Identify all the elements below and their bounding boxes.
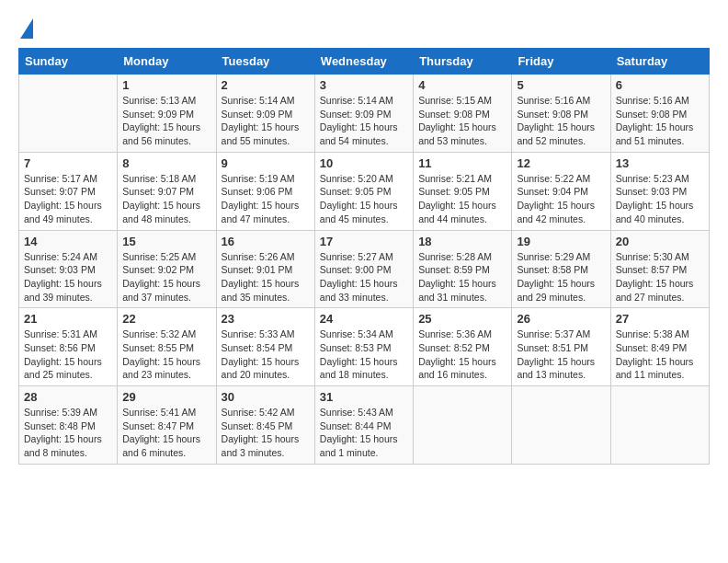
cell-line: Sunset: 9:03 PM <box>24 263 112 277</box>
cell-line: Daylight: 15 hours <box>222 355 310 369</box>
cell-line: and 13 minutes. <box>517 368 605 382</box>
cell-line: Sunrise: 5:28 AM <box>418 250 506 264</box>
cell-line: Sunrise: 5:17 AM <box>24 172 112 186</box>
cell-line: Daylight: 15 hours <box>222 199 310 213</box>
cell-line: Sunrise: 5:18 AM <box>122 172 210 186</box>
cell-line: Sunset: 8:44 PM <box>320 419 408 433</box>
cell-line: Daylight: 15 hours <box>616 277 704 291</box>
cell-line: Sunrise: 5:41 AM <box>122 406 210 419</box>
day-number: 4 <box>418 78 506 92</box>
weekday-header-wednesday: Wednesday <box>314 49 413 75</box>
calendar-header-row: SundayMondayTuesdayWednesdayThursdayFrid… <box>19 49 710 75</box>
calendar-cell: 2Sunrise: 5:14 AMSunset: 9:09 PMDaylight… <box>216 75 314 153</box>
cell-line: and 39 minutes. <box>24 291 112 304</box>
cell-line: Sunset: 8:59 PM <box>418 263 506 277</box>
cell-line: Sunrise: 5:19 AM <box>222 172 310 186</box>
cell-line: Sunset: 8:45 PM <box>222 419 310 433</box>
cell-line: Sunrise: 5:42 AM <box>222 406 310 419</box>
cell-line: Sunrise: 5:27 AM <box>320 250 408 264</box>
cell-line: and 54 minutes. <box>320 134 408 148</box>
cell-line: Sunset: 9:00 PM <box>320 263 408 277</box>
cell-line: Daylight: 15 hours <box>320 432 408 446</box>
cell-line: and 31 minutes. <box>418 291 506 304</box>
calendar-cell: 8Sunrise: 5:18 AMSunset: 9:07 PMDaylight… <box>118 152 216 230</box>
cell-line: Daylight: 15 hours <box>122 432 210 446</box>
day-number: 11 <box>418 156 506 170</box>
day-number: 31 <box>320 390 408 404</box>
cell-line: and 29 minutes. <box>517 291 605 304</box>
cell-line: Sunset: 9:08 PM <box>517 108 605 121</box>
cell-line: and 3 minutes. <box>222 446 310 460</box>
calendar-cell <box>512 386 610 465</box>
cell-line: and 8 minutes. <box>24 446 112 460</box>
cell-line: Sunset: 9:06 PM <box>222 185 310 199</box>
cell-line: Sunrise: 5:29 AM <box>517 250 605 264</box>
cell-line: and 11 minutes. <box>616 368 704 382</box>
day-number: 20 <box>616 235 704 248</box>
cell-line: and 35 minutes. <box>222 291 310 304</box>
calendar-cell: 22Sunrise: 5:32 AMSunset: 8:55 PMDayligh… <box>118 308 216 386</box>
cell-line: Daylight: 15 hours <box>122 121 210 134</box>
day-number: 17 <box>320 235 408 248</box>
day-number: 25 <box>418 312 506 326</box>
calendar-cell: 3Sunrise: 5:14 AMSunset: 9:09 PMDaylight… <box>314 75 413 153</box>
calendar-week-row: 28Sunrise: 5:39 AMSunset: 8:48 PMDayligh… <box>19 386 710 465</box>
cell-line: and 27 minutes. <box>616 291 704 304</box>
cell-line: and 40 minutes. <box>616 213 704 226</box>
cell-line: and 1 minute. <box>320 446 408 460</box>
cell-line: Sunrise: 5:33 AM <box>222 327 310 341</box>
day-number: 22 <box>122 312 210 326</box>
cell-line: and 25 minutes. <box>24 368 112 382</box>
cell-line: and 56 minutes. <box>122 134 210 148</box>
calendar-cell: 31Sunrise: 5:43 AMSunset: 8:44 PMDayligh… <box>314 386 413 465</box>
calendar-cell: 12Sunrise: 5:22 AMSunset: 9:04 PMDayligh… <box>512 152 610 230</box>
cell-line: Sunrise: 5:13 AM <box>122 94 210 108</box>
calendar-cell: 24Sunrise: 5:34 AMSunset: 8:53 PMDayligh… <box>314 308 413 386</box>
calendar-cell: 1Sunrise: 5:13 AMSunset: 9:09 PMDaylight… <box>118 75 216 153</box>
calendar-cell: 6Sunrise: 5:16 AMSunset: 9:08 PMDaylight… <box>610 75 709 153</box>
cell-line: Sunset: 8:53 PM <box>320 341 408 355</box>
cell-line: and 23 minutes. <box>122 368 210 382</box>
day-number: 1 <box>122 78 210 92</box>
calendar-cell: 27Sunrise: 5:38 AMSunset: 8:49 PMDayligh… <box>610 308 709 386</box>
day-number: 27 <box>616 312 704 326</box>
day-number: 13 <box>616 156 704 170</box>
cell-line: Sunset: 8:55 PM <box>122 341 210 355</box>
cell-line: Sunrise: 5:31 AM <box>24 327 112 341</box>
calendar-table: SundayMondayTuesdayWednesdayThursdayFrid… <box>18 48 710 465</box>
cell-line: Daylight: 15 hours <box>418 199 506 213</box>
cell-line: Sunset: 8:56 PM <box>24 341 112 355</box>
cell-line: Sunset: 8:51 PM <box>517 341 605 355</box>
cell-line: Sunset: 8:47 PM <box>122 419 210 433</box>
cell-line: Sunset: 9:08 PM <box>616 108 704 121</box>
day-number: 19 <box>517 235 605 248</box>
day-number: 23 <box>222 312 310 326</box>
cell-line: Daylight: 15 hours <box>616 355 704 369</box>
cell-line: and 45 minutes. <box>320 213 408 226</box>
calendar-cell: 20Sunrise: 5:30 AMSunset: 8:57 PMDayligh… <box>610 230 709 308</box>
cell-line: Sunset: 9:04 PM <box>517 185 605 199</box>
calendar-cell: 16Sunrise: 5:26 AMSunset: 9:01 PMDayligh… <box>216 230 314 308</box>
cell-line: Daylight: 15 hours <box>616 199 704 213</box>
cell-line: Daylight: 15 hours <box>517 355 605 369</box>
cell-line: Daylight: 15 hours <box>24 277 112 291</box>
cell-line: and 20 minutes. <box>222 368 310 382</box>
cell-line: Sunset: 9:09 PM <box>320 108 408 121</box>
calendar-cell <box>414 386 512 465</box>
cell-line: Daylight: 15 hours <box>418 355 506 369</box>
day-number: 6 <box>616 78 704 92</box>
cell-line: and 53 minutes. <box>418 134 506 148</box>
weekday-header-thursday: Thursday <box>414 49 512 75</box>
cell-line: Daylight: 15 hours <box>122 277 210 291</box>
cell-line: Sunrise: 5:30 AM <box>616 250 704 264</box>
cell-line: Sunrise: 5:34 AM <box>320 327 408 341</box>
cell-line: Sunrise: 5:38 AM <box>616 327 704 341</box>
cell-line: Sunset: 8:58 PM <box>517 263 605 277</box>
cell-line: Sunrise: 5:14 AM <box>320 94 408 108</box>
calendar-cell: 5Sunrise: 5:16 AMSunset: 9:08 PMDaylight… <box>512 75 610 153</box>
calendar-cell: 25Sunrise: 5:36 AMSunset: 8:52 PMDayligh… <box>414 308 512 386</box>
cell-line: Daylight: 15 hours <box>222 277 310 291</box>
cell-line: Daylight: 15 hours <box>517 121 605 134</box>
calendar-cell: 28Sunrise: 5:39 AMSunset: 8:48 PMDayligh… <box>19 386 118 465</box>
day-number: 9 <box>222 156 310 170</box>
